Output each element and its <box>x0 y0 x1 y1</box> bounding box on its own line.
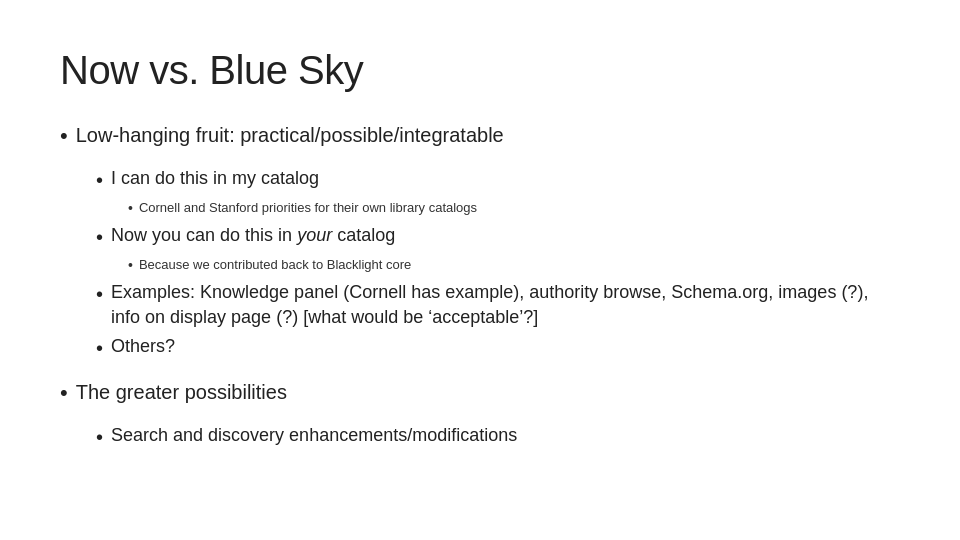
list-item: • The greater possibilities <box>60 378 900 409</box>
bullet-greater: • <box>60 378 68 409</box>
list-item: • Search and discovery enhancements/modi… <box>96 423 900 451</box>
bullet-3-1: • <box>128 198 133 219</box>
text-before: Now you can do this in <box>111 225 297 245</box>
text-italic: your <box>297 225 332 245</box>
list-item: • Because we contributed back to Blackli… <box>128 255 900 276</box>
list-item: • Cornell and Stanford priorities for th… <box>128 198 900 219</box>
list-item: • Now you can do this in your catalog <box>96 223 900 251</box>
slide-title: Now vs. Blue Sky <box>60 48 900 93</box>
level2-text-i-can: I can do this in my catalog <box>111 166 319 191</box>
level2-text-now-you-can: Now you can do this in your catalog <box>111 223 395 248</box>
list-item: • Examples: Knowledge panel (Cornell has… <box>96 280 900 330</box>
bullet-2-3: • <box>96 280 103 308</box>
bullet-2-1: • <box>96 166 103 194</box>
level1-text-greater: The greater possibilities <box>76 378 287 406</box>
bullet-search: • <box>96 423 103 451</box>
list-item: • Others? <box>96 334 900 362</box>
list-item: • I can do this in my catalog <box>96 166 900 194</box>
bullet-2-2: • <box>96 223 103 251</box>
bullet-2-4: • <box>96 334 103 362</box>
level2-text-others: Others? <box>111 334 175 359</box>
bullet-1: • <box>60 121 68 152</box>
level2-group-1: • I can do this in my catalog • Cornell … <box>96 166 900 362</box>
slide: Now vs. Blue Sky • Low-hanging fruit: pr… <box>0 0 960 540</box>
text-after: catalog <box>332 225 395 245</box>
level3-group-1: • Cornell and Stanford priorities for th… <box>128 198 900 219</box>
slide-content: • Low-hanging fruit: practical/possible/… <box>60 121 900 451</box>
level3-text-cornell: Cornell and Stanford priorities for thei… <box>139 198 477 218</box>
bullet-3-2: • <box>128 255 133 276</box>
level2-text-examples: Examples: Knowledge panel (Cornell has e… <box>111 280 900 330</box>
level3-text-blacklight: Because we contributed back to Blackligh… <box>139 255 411 275</box>
level3-group-2: • Because we contributed back to Blackli… <box>128 255 900 276</box>
level1-text-1: Low-hanging fruit: practical/possible/in… <box>76 121 504 149</box>
level2-text-search: Search and discovery enhancements/modifi… <box>111 423 517 448</box>
list-item: • Low-hanging fruit: practical/possible/… <box>60 121 900 152</box>
level2-group-2: • Search and discovery enhancements/modi… <box>96 423 900 451</box>
